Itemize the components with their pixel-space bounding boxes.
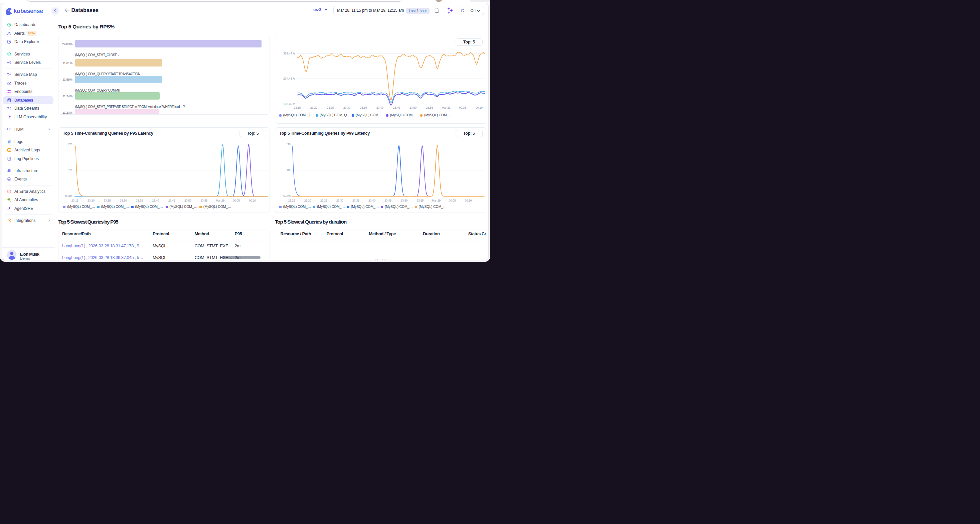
svg-text:K8: K8: [8, 178, 10, 180]
